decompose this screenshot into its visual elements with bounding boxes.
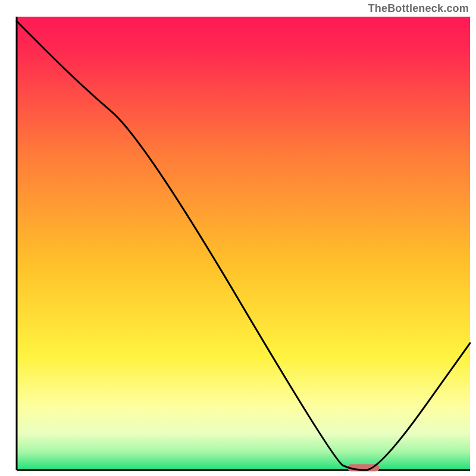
plot-background [17, 17, 470, 470]
chart-svg [0, 0, 476, 476]
chart-container: TheBottleneck.com [0, 0, 476, 476]
